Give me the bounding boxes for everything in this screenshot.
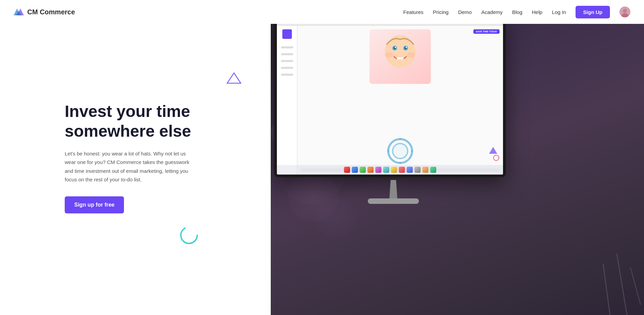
hero-panel: Invest your time somewhere else Let's be…: [0, 0, 271, 315]
screen-badge: SAVE TIME TODAY: [473, 29, 500, 34]
logo-icon: [14, 7, 25, 17]
svg-marker-6: [227, 73, 241, 83]
svg-point-19: [393, 144, 408, 159]
svg-point-13: [395, 47, 396, 48]
logo-area[interactable]: CM Commerce: [14, 7, 75, 17]
screen-pink-circle: [493, 154, 500, 163]
svg-point-22: [399, 162, 401, 164]
screen-sidebar: [277, 26, 297, 175]
svg-point-7: [181, 227, 197, 243]
svg-point-20: [399, 138, 401, 140]
svg-line-28: [630, 267, 641, 305]
logo-text: CM Commerce: [27, 8, 75, 16]
page-layout: Invest your time somewhere else Let's be…: [0, 0, 644, 315]
product-image: [370, 29, 431, 84]
nav-academy[interactable]: Academy: [481, 9, 503, 15]
svg-point-14: [406, 47, 407, 48]
nav-features[interactable]: Features: [403, 9, 423, 15]
screen-content: SAVE TIME TODAY: [277, 26, 503, 175]
svg-rect-15: [397, 57, 404, 60]
svg-point-23: [387, 150, 389, 152]
nav-demo[interactable]: Demo: [458, 9, 472, 15]
photo-panel: SAVE TIME TODAY: [271, 0, 644, 315]
hero-description: Let's be honest: you wear a lot of hats.…: [65, 149, 191, 184]
monitor-screen: SAVE TIME TODAY: [277, 16, 503, 175]
hero-title: Invest your time somewhere else: [65, 102, 228, 141]
cta-signup-button[interactable]: Sign up for free: [65, 196, 124, 213]
monitor-frame: SAVE TIME TODAY: [274, 14, 506, 177]
nav-signup-button[interactable]: Sign Up: [576, 6, 610, 18]
nav-blog[interactable]: Blog: [512, 9, 522, 15]
screen-dock: [277, 165, 503, 175]
background-desk: [542, 247, 644, 315]
svg-line-26: [603, 264, 610, 315]
svg-point-25: [493, 155, 499, 161]
nav-links: Features Pricing Demo Academy Blog Help …: [403, 6, 630, 18]
avatar: [619, 6, 630, 17]
nav-help[interactable]: Help: [532, 9, 543, 15]
nav-pricing[interactable]: Pricing: [433, 9, 449, 15]
screen-ring-decoration: [385, 136, 415, 168]
deco-circle: [179, 225, 199, 247]
svg-marker-24: [489, 147, 497, 154]
screen-main-content: SAVE TIME TODAY: [297, 26, 503, 175]
svg-line-27: [617, 254, 627, 315]
monitor-base: [368, 198, 419, 204]
svg-point-21: [411, 150, 413, 152]
svg-point-17: [407, 52, 415, 58]
nav-login[interactable]: Log In: [552, 9, 566, 15]
svg-point-4: [623, 9, 627, 13]
main-nav: CM Commerce Features Pricing Demo Academ…: [0, 0, 644, 24]
svg-point-16: [385, 52, 393, 58]
